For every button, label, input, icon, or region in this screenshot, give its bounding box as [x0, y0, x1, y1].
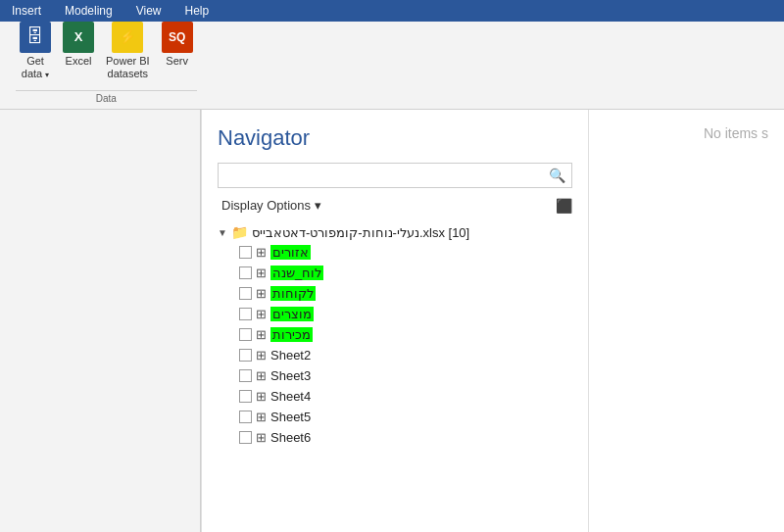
- power-bi-label: Power BIdatasets: [106, 55, 150, 80]
- checkbox-sheet6[interactable]: [239, 431, 252, 444]
- display-options-button[interactable]: Display Options ▾: [218, 196, 325, 215]
- sql-server-button[interactable]: SQ Serv: [158, 18, 197, 72]
- item-label-sheet3: Sheet3: [270, 368, 311, 383]
- checkbox-sheet5[interactable]: [239, 411, 252, 423]
- table-icon: ⊞: [256, 389, 267, 404]
- list-item[interactable]: ⊞ אזורים: [237, 242, 572, 263]
- checkbox-sheet3[interactable]: [239, 369, 252, 382]
- search-icon: 🔍: [543, 164, 571, 187]
- table-icon: ⊞: [256, 286, 267, 301]
- ribbon-group-label-data: Data: [16, 90, 197, 104]
- sql-label: Serv: [166, 55, 188, 68]
- table-icon: ⊞: [256, 266, 267, 280]
- display-options-caret-icon: ▾: [315, 198, 321, 213]
- checkbox-sheet2[interactable]: [239, 349, 252, 362]
- list-item[interactable]: ⊞ לוח_שנה: [237, 263, 572, 283]
- display-options-label: Display Options: [221, 198, 311, 213]
- export-icon[interactable]: ⬛: [556, 198, 572, 214]
- sql-icon: SQ: [162, 22, 193, 53]
- checkbox-luach[interactable]: [239, 266, 252, 279]
- search-input[interactable]: [219, 165, 543, 187]
- get-data-button[interactable]: 🗄 Getdata ▾: [16, 18, 55, 84]
- table-icon: ⊞: [256, 410, 267, 424]
- table-icon: ⊞: [256, 348, 267, 363]
- power-bi-datasets-button[interactable]: ⚡ Power BIdatasets: [102, 18, 154, 84]
- checkbox-sheet4[interactable]: [239, 390, 252, 403]
- display-options-bar: Display Options ▾ ⬛: [218, 196, 572, 215]
- checkbox-motzarim[interactable]: [239, 308, 252, 320]
- item-label-sheet5: Sheet5: [270, 410, 311, 424]
- table-icon: ⊞: [256, 245, 267, 260]
- item-label-sheet2: Sheet2: [270, 348, 311, 363]
- table-icon: ⊞: [256, 430, 267, 445]
- list-item[interactable]: ⊞ Sheet6: [237, 427, 572, 448]
- checkbox-mechirot[interactable]: [239, 328, 252, 341]
- ribbon-buttons: 🗄 Getdata ▾ X Excel ⚡ Power BIdatasets: [16, 18, 197, 84]
- get-data-icon: 🗄: [20, 22, 51, 53]
- excel-button[interactable]: X Excel: [59, 18, 98, 72]
- main-area: Navigator 🔍 Display Options ▾ ⬛ ▼ 📁 נעלי…: [0, 110, 784, 532]
- tree-container: ▼ 📁 נעלי-נוחות-קומפורט-דאטאבייס.xlsx [10…: [218, 222, 572, 516]
- item-label-lekuchot: לקוחות: [270, 286, 316, 301]
- table-icon: ⊞: [256, 307, 267, 321]
- list-item[interactable]: ⊞ מכירות: [237, 324, 572, 345]
- list-item[interactable]: ⊞ לקוחות: [237, 283, 572, 304]
- table-icon: ⊞: [256, 368, 267, 383]
- left-panel: [0, 110, 201, 532]
- search-bar: 🔍: [218, 163, 572, 188]
- list-item[interactable]: ⊞ Sheet5: [237, 407, 572, 427]
- get-data-label: Getdata ▾: [22, 55, 49, 80]
- no-items-text: No items s: [704, 125, 768, 141]
- item-label-sheet4: Sheet4: [270, 389, 311, 404]
- item-label-azarim: אזורים: [270, 245, 311, 260]
- checkbox-azarim[interactable]: [239, 246, 252, 259]
- excel-icon: X: [63, 22, 94, 53]
- navigator-title: Navigator: [218, 125, 572, 151]
- navigator-panel: Navigator 🔍 Display Options ▾ ⬛ ▼ 📁 נעלי…: [201, 110, 588, 532]
- item-label-sheet6: Sheet6: [270, 430, 311, 445]
- ribbon-group-data: 🗄 Getdata ▾ X Excel ⚡ Power BIdatasets: [8, 25, 205, 104]
- list-item[interactable]: ⊞ Sheet2: [237, 345, 572, 365]
- folder-icon: 📁: [231, 224, 248, 240]
- tree-root-label: נעלי-נוחות-קומפורט-דאטאבייס.xlsx [10]: [252, 225, 469, 240]
- list-item[interactable]: ⊞ Sheet4: [237, 386, 572, 407]
- excel-label: Excel: [66, 55, 92, 68]
- item-label-luach: לוח_שנה: [270, 266, 323, 280]
- checkbox-lekuchot[interactable]: [239, 287, 252, 300]
- ribbon: 🗄 Getdata ▾ X Excel ⚡ Power BIdatasets: [0, 22, 784, 110]
- tree-children: ⊞ אזורים ⊞ לוח_שנה ⊞ לקוחות: [218, 242, 572, 448]
- item-label-motzarim: מוצרים: [270, 307, 314, 321]
- table-icon: ⊞: [256, 327, 267, 342]
- tree-root-node[interactable]: ▼ 📁 נעלי-נוחות-קומפורט-דאטאבייס.xlsx [10…: [218, 222, 572, 242]
- list-item[interactable]: ⊞ מוצרים: [237, 304, 572, 324]
- chevron-down-icon: ▼: [218, 227, 227, 238]
- list-item[interactable]: ⊞ Sheet3: [237, 365, 572, 386]
- right-panel: No items s: [588, 110, 784, 532]
- item-label-mechirot: מכירות: [270, 327, 313, 342]
- power-bi-icon: ⚡: [112, 22, 143, 53]
